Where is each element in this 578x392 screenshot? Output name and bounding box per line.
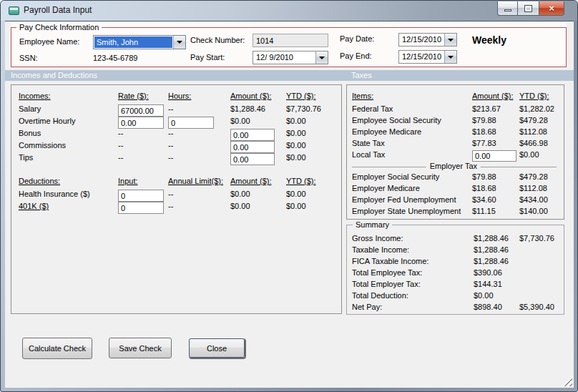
tax-ytd: $479.28 <box>519 116 564 127</box>
save-check-button[interactable]: Save Check <box>109 338 172 358</box>
section-header-band: Incomes and Deductions Taxes <box>5 70 574 81</box>
hours-col-header: Hours: <box>168 92 230 104</box>
pay-end-dropdown-icon[interactable] <box>444 51 456 63</box>
summary-ytd: $5,390.40 <box>519 303 564 314</box>
income-ytd: $0.00 <box>286 153 341 165</box>
tax-row-empr-social-security: Employer Social Security $79.88 $479.28 <box>352 172 564 184</box>
overtime-rate-input[interactable] <box>118 117 164 129</box>
amount-col-header: Amount ($): <box>230 92 286 104</box>
deduction-401k-input[interactable] <box>118 202 164 214</box>
deduction-row-401k: 401K ($) -- $0.00 $0.00 <box>19 202 341 214</box>
summary-amount: $390.06 <box>474 268 519 280</box>
tax-label: Federal Tax <box>352 104 472 116</box>
income-row-tips: Tips -- -- $0.00 <box>19 153 341 165</box>
employee-name-combobox[interactable]: Smith, John <box>93 35 186 49</box>
income-row-bonus: Bonus -- -- $0.00 <box>19 129 341 141</box>
check-number-label: Check Number: <box>190 36 245 44</box>
summary-row-total-employer-tax: Total Employer Tax: $144.31 <box>352 280 564 291</box>
summary-amount: $898.40 <box>474 303 519 314</box>
employee-name-dropdown-icon[interactable] <box>173 36 185 49</box>
minimize-button[interactable] <box>497 1 518 16</box>
commissions-amount-input[interactable] <box>230 141 275 153</box>
resize-grip[interactable] <box>562 376 572 386</box>
income-row-commissions: Commissions -- -- $0.00 <box>19 141 341 153</box>
employer-tax-group-label: Employer Tax <box>426 162 481 170</box>
taxes-section-title: Taxes <box>351 71 372 79</box>
tax-items-col-header: Items: <box>352 92 472 104</box>
tax-amount: $77.83 <box>472 139 519 150</box>
income-row-overtime: Overtime Hourly $0.00 $0.00 <box>19 117 341 129</box>
pay-end-value: 12/15/2010 <box>399 51 444 63</box>
tax-amount: $18.68 <box>472 127 519 139</box>
tax-row-emp-medicare: Employee Medicare $18.68 $112.08 <box>352 127 564 139</box>
employee-name-label: Employee Name: <box>19 37 79 46</box>
summary-amount: $0.00 <box>474 291 519 303</box>
tax-ytd: $112.08 <box>519 184 564 195</box>
pay-frequency-badge: Weekly <box>472 34 506 46</box>
deduction-401k-link[interactable]: 401K ($) <box>19 202 118 214</box>
summary-row-total-employee-tax: Total Employee Tax: $390.06 <box>352 268 564 280</box>
deduction-amount: $0.00 <box>230 202 286 214</box>
summary-label: Total Employee Tax: <box>352 268 474 280</box>
overtime-hours-input[interactable] <box>168 117 214 129</box>
paycheck-info-group-label: Pay Check Information <box>16 23 102 31</box>
deductions-header-row: Deductions: Input: Annual Limit($): Amou… <box>19 177 341 190</box>
summary-ytd <box>519 291 564 303</box>
income-label: Commissions <box>19 141 118 153</box>
tax-amount: $213.67 <box>472 104 519 116</box>
income-row-salary: Salary -- $1,288.46 $7,730.76 <box>19 104 341 117</box>
pay-end-picker[interactable]: 12/15/2010 <box>398 50 457 64</box>
tax-row-federal: Federal Tax $213.67 $1,282.02 <box>352 104 564 116</box>
close-button[interactable]: Close <box>189 338 245 358</box>
maximize-button[interactable] <box>518 1 539 16</box>
tax-label: Employer Social Security <box>352 172 472 184</box>
income-ytd: $7,730.76 <box>286 104 341 117</box>
summary-ytd <box>519 280 564 291</box>
deduction-ytd: $0.00 <box>286 202 341 214</box>
pay-date-dropdown-icon[interactable] <box>444 34 456 46</box>
client-area: Pay Check Information Employee Name: Smi… <box>5 21 574 388</box>
pay-start-dropdown-icon[interactable] <box>315 52 328 64</box>
tax-ytd: $0.00 <box>519 150 564 162</box>
rate-col-header: Rate ($): <box>118 92 168 104</box>
summary-row-net-pay: Net Pay: $898.40 $5,390.40 <box>352 303 564 314</box>
income-label: Tips <box>19 153 118 165</box>
summary-amount: $1,288.46 <box>474 257 519 268</box>
income-hours: -- <box>168 104 230 117</box>
incomes-deductions-section-title: Incomes and Deductions <box>11 71 97 79</box>
deduction-ytd: $0.00 <box>286 190 341 202</box>
summary-ytd <box>519 257 564 268</box>
income-label: Bonus <box>19 129 118 141</box>
summary-group-label: Summary <box>353 220 392 229</box>
income-label: Salary <box>19 104 118 117</box>
employee-name-value: Smith, John <box>94 36 172 48</box>
title-bar[interactable]: Payroll Data Input × <box>1 1 577 21</box>
bonus-amount-input[interactable] <box>230 129 275 141</box>
summary-amount: $144.31 <box>474 280 519 291</box>
incomes-header-row: Incomes: Rate ($): Hours: Amount ($): YT… <box>19 92 341 104</box>
pay-start-picker[interactable]: 12/ 9/2010 <box>253 51 328 64</box>
app-icon[interactable] <box>9 6 19 15</box>
check-number-field[interactable] <box>253 34 328 47</box>
tax-row-local: Local Tax $0.00 <box>352 150 564 162</box>
window-title: Payroll Data Input <box>24 5 92 15</box>
pay-start-label: Pay Start: <box>190 53 225 62</box>
summary-row-fica: FICA Taxable Income: $1,288.46 <box>352 257 564 268</box>
income-hours: -- <box>168 129 230 141</box>
pay-date-label: Pay Date: <box>340 34 374 43</box>
pay-date-picker[interactable]: 12/15/2010 <box>398 33 457 46</box>
tax-label: Employer Fed Unemployment <box>352 195 472 207</box>
local-tax-input[interactable] <box>472 150 516 162</box>
close-button-caption[interactable]: × <box>539 1 564 16</box>
tips-amount-input[interactable] <box>230 153 275 165</box>
summary-amount: $1,288.46 <box>474 245 519 257</box>
salary-rate-input[interactable] <box>118 104 164 117</box>
tax-ytd: $479.28 <box>519 172 564 184</box>
tax-amount: $79.88 <box>472 172 519 184</box>
calculate-check-button[interactable]: Calculate Check <box>22 338 92 359</box>
ssn-value: 123-45-6789 <box>93 54 137 62</box>
health-insurance-input[interactable] <box>118 190 164 202</box>
summary-label: Total Deduction: <box>352 291 474 303</box>
deduction-row-health-insurance: Health Insurance ($) -- $0.00 $0.00 <box>19 190 341 202</box>
taxes-panel: Items: Amount ($): YTD ($): Federal Tax … <box>346 84 564 220</box>
